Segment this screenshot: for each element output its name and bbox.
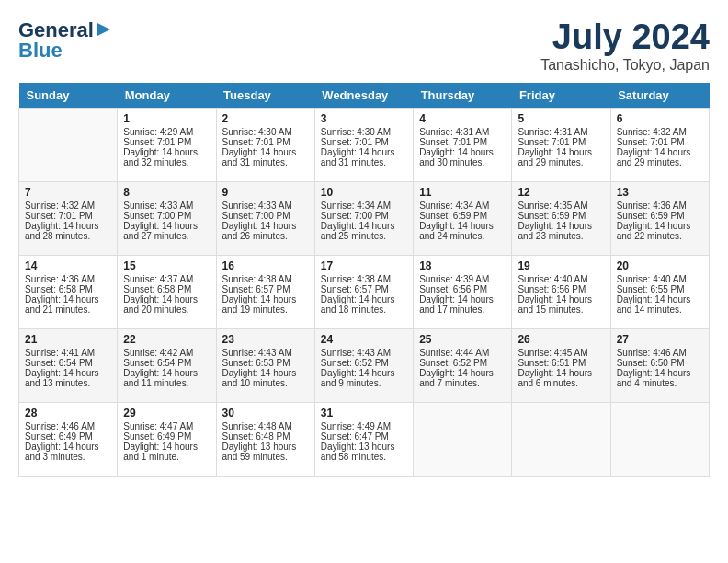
day-number: 1 xyxy=(123,112,210,125)
daylight-text: Daylight: 14 hours and 7 minutes. xyxy=(419,368,494,388)
sunset-text: Sunset: 6:57 PM xyxy=(222,284,290,294)
sunrise-text: Sunrise: 4:32 AM xyxy=(617,127,687,137)
week-row-1: 1 Sunrise: 4:29 AM Sunset: 7:01 PM Dayli… xyxy=(19,108,710,181)
day-number: 16 xyxy=(222,259,309,272)
sunset-text: Sunset: 6:59 PM xyxy=(419,211,487,221)
day-header-wednesday: Wednesday xyxy=(314,83,413,109)
sunrise-text: Sunrise: 4:37 AM xyxy=(123,274,193,284)
daylight-text: Daylight: 14 hours and 28 minutes. xyxy=(25,221,99,241)
day-number: 17 xyxy=(321,259,407,272)
sunrise-text: Sunrise: 4:30 AM xyxy=(222,127,292,137)
week-row-4: 21 Sunrise: 4:41 AM Sunset: 6:54 PM Dayl… xyxy=(19,328,710,402)
calendar-cell xyxy=(19,108,118,181)
sunset-text: Sunset: 7:01 PM xyxy=(617,137,685,147)
sunset-text: Sunset: 7:01 PM xyxy=(321,137,389,147)
calendar-cell: 13 Sunrise: 4:36 AM Sunset: 6:59 PM Dayl… xyxy=(610,181,709,255)
day-number: 11 xyxy=(419,186,506,199)
sunset-text: Sunset: 6:53 PM xyxy=(222,358,290,368)
calendar-cell xyxy=(512,402,610,476)
daylight-text: Daylight: 14 hours and 14 minutes. xyxy=(617,294,691,315)
calendar-cell: 19 Sunrise: 4:40 AM Sunset: 6:56 PM Dayl… xyxy=(512,255,610,328)
week-row-5: 28 Sunrise: 4:46 AM Sunset: 6:49 PM Dayl… xyxy=(19,402,710,476)
sunset-text: Sunset: 6:54 PM xyxy=(25,358,93,368)
daylight-text: Daylight: 14 hours and 20 minutes. xyxy=(123,294,198,315)
sunset-text: Sunset: 7:00 PM xyxy=(321,211,389,221)
week-row-3: 14 Sunrise: 4:36 AM Sunset: 6:58 PM Dayl… xyxy=(19,255,710,328)
day-number: 29 xyxy=(123,407,210,419)
daylight-text: Daylight: 14 hours and 24 minutes. xyxy=(419,221,494,241)
sunset-text: Sunset: 6:59 PM xyxy=(518,211,586,221)
daylight-text: Daylight: 14 hours and 10 minutes. xyxy=(222,368,297,388)
day-number: 19 xyxy=(518,259,604,272)
logo-blue: Blue xyxy=(18,39,63,63)
calendar-cell: 25 Sunrise: 4:44 AM Sunset: 6:52 PM Dayl… xyxy=(414,328,512,402)
calendar-cell xyxy=(414,402,512,476)
sunrise-text: Sunrise: 4:41 AM xyxy=(25,348,95,358)
month-year-title: July 2024 xyxy=(540,18,710,57)
daylight-text: Daylight: 14 hours and 9 minutes. xyxy=(321,368,395,388)
sunrise-text: Sunrise: 4:40 AM xyxy=(518,274,587,284)
sunset-text: Sunset: 7:01 PM xyxy=(123,137,191,147)
calendar-cell: 18 Sunrise: 4:39 AM Sunset: 6:56 PM Dayl… xyxy=(414,255,512,328)
day-header-tuesday: Tuesday xyxy=(216,83,314,109)
daylight-text: Daylight: 14 hours and 29 minutes. xyxy=(518,147,592,167)
daylight-text: Daylight: 14 hours and 29 minutes. xyxy=(617,147,691,167)
sunrise-text: Sunrise: 4:43 AM xyxy=(222,348,292,358)
calendar-header-row: SundayMondayTuesdayWednesdayThursdayFrid… xyxy=(19,83,710,109)
calendar-cell: 27 Sunrise: 4:46 AM Sunset: 6:50 PM Dayl… xyxy=(610,328,709,402)
daylight-text: Daylight: 14 hours and 31 minutes. xyxy=(321,147,395,167)
daylight-text: Daylight: 14 hours and 22 minutes. xyxy=(617,221,691,241)
sunrise-text: Sunrise: 4:40 AM xyxy=(617,274,687,284)
sunset-text: Sunset: 6:56 PM xyxy=(518,284,586,294)
sunrise-text: Sunrise: 4:46 AM xyxy=(617,348,687,358)
calendar-cell: 9 Sunrise: 4:33 AM Sunset: 7:00 PM Dayli… xyxy=(216,181,314,255)
sunset-text: Sunset: 7:01 PM xyxy=(25,211,93,221)
calendar-cell: 10 Sunrise: 4:34 AM Sunset: 7:00 PM Dayl… xyxy=(314,181,413,255)
daylight-text: Daylight: 14 hours and 31 minutes. xyxy=(222,147,297,167)
calendar-cell: 15 Sunrise: 4:37 AM Sunset: 6:58 PM Dayl… xyxy=(118,255,216,328)
daylight-text: Daylight: 14 hours and 18 minutes. xyxy=(321,294,395,315)
day-number: 5 xyxy=(518,112,604,125)
daylight-text: Daylight: 14 hours and 4 minutes. xyxy=(617,368,691,388)
day-header-thursday: Thursday xyxy=(414,83,512,109)
daylight-text: Daylight: 14 hours and 19 minutes. xyxy=(222,294,297,315)
day-number: 4 xyxy=(419,112,506,125)
day-number: 10 xyxy=(321,186,407,199)
daylight-text: Daylight: 13 hours and 58 minutes. xyxy=(321,442,395,462)
sunrise-text: Sunrise: 4:34 AM xyxy=(419,201,489,211)
calendar-cell: 17 Sunrise: 4:38 AM Sunset: 6:57 PM Dayl… xyxy=(314,255,413,328)
sunrise-text: Sunrise: 4:35 AM xyxy=(518,201,587,211)
day-number: 15 xyxy=(123,259,210,272)
day-number: 12 xyxy=(518,186,604,199)
sunset-text: Sunset: 6:51 PM xyxy=(518,358,586,368)
daylight-text: Daylight: 14 hours and 11 minutes. xyxy=(123,368,198,388)
calendar-cell: 8 Sunrise: 4:33 AM Sunset: 7:00 PM Dayli… xyxy=(118,181,216,255)
sunset-text: Sunset: 7:01 PM xyxy=(419,137,487,147)
sunset-text: Sunset: 6:58 PM xyxy=(123,284,191,294)
logo: General Blue xyxy=(18,18,112,63)
daylight-text: Daylight: 14 hours and 27 minutes. xyxy=(123,221,198,241)
calendar-cell: 5 Sunrise: 4:31 AM Sunset: 7:01 PM Dayli… xyxy=(512,108,610,181)
day-number: 13 xyxy=(617,186,703,199)
sunrise-text: Sunrise: 4:46 AM xyxy=(25,421,95,431)
daylight-text: Daylight: 14 hours and 21 minutes. xyxy=(25,294,99,315)
sunset-text: Sunset: 7:01 PM xyxy=(222,137,290,147)
svg-marker-0 xyxy=(97,23,110,36)
calendar-cell: 11 Sunrise: 4:34 AM Sunset: 6:59 PM Dayl… xyxy=(414,181,512,255)
sunset-text: Sunset: 6:52 PM xyxy=(419,358,487,368)
title-block: July 2024 Tanashicho, Tokyo, Japan xyxy=(540,18,710,74)
sunrise-text: Sunrise: 4:31 AM xyxy=(518,127,587,137)
sunrise-text: Sunrise: 4:33 AM xyxy=(222,201,292,211)
sunset-text: Sunset: 6:58 PM xyxy=(25,284,93,294)
calendar-cell xyxy=(610,402,709,476)
sunset-text: Sunset: 7:00 PM xyxy=(123,211,191,221)
daylight-text: Daylight: 14 hours and 6 minutes. xyxy=(518,368,592,388)
calendar-cell: 21 Sunrise: 4:41 AM Sunset: 6:54 PM Dayl… xyxy=(19,328,118,402)
day-number: 9 xyxy=(222,186,309,199)
day-number: 27 xyxy=(617,333,703,346)
sunset-text: Sunset: 6:55 PM xyxy=(617,284,685,294)
calendar-table: SundayMondayTuesdayWednesdayThursdayFrid… xyxy=(18,83,710,477)
sunset-text: Sunset: 6:54 PM xyxy=(123,358,191,368)
sunset-text: Sunset: 7:01 PM xyxy=(518,137,586,147)
sunset-text: Sunset: 6:49 PM xyxy=(123,431,191,442)
